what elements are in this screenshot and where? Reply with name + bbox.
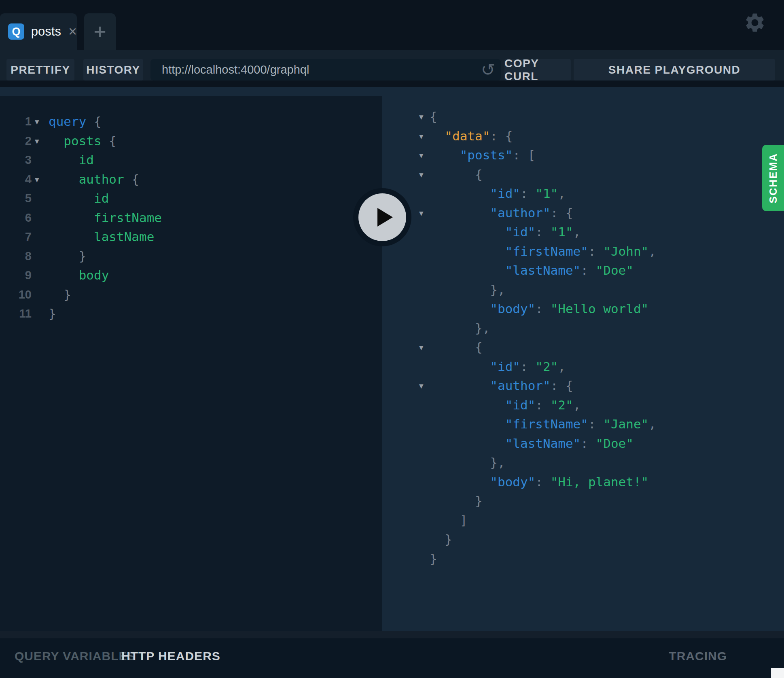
fold-arrow-icon[interactable]: ▾ xyxy=(419,165,424,184)
line-number: 6 xyxy=(0,208,32,227)
syntax-token: { xyxy=(430,109,437,124)
line-number: 7 xyxy=(0,227,32,246)
share-playground-button[interactable]: SHARE PLAYGROUND xyxy=(574,59,775,81)
syntax-token xyxy=(430,186,490,201)
fold-arrow-icon[interactable]: ▾ xyxy=(419,107,424,127)
toolbar: PRETTIFY HISTORY http://localhost:4000/g… xyxy=(0,50,784,81)
fold-arrow-icon[interactable]: ▾ xyxy=(419,376,424,396)
response-viewer: ▾{▾ "data": {▾ "posts": [▾ { "id": "1",▾… xyxy=(382,87,784,631)
syntax-token: "Jane" xyxy=(603,417,648,431)
syntax-token xyxy=(430,301,490,316)
code-text: "posts": [ xyxy=(430,145,535,165)
syntax-token: body xyxy=(49,268,109,282)
syntax-token: "id" xyxy=(490,186,520,201)
syntax-token: : xyxy=(588,417,603,431)
fold-arrow-icon[interactable]: ▾ xyxy=(419,146,424,165)
syntax-token xyxy=(430,263,505,278)
syntax-token xyxy=(430,129,445,143)
syntax-token: "firstName" xyxy=(505,417,588,431)
syntax-token: : xyxy=(520,359,535,374)
line-number: 8 xyxy=(0,246,32,266)
line-number: 4 xyxy=(0,170,32,189)
query-line: 9 body xyxy=(0,265,382,285)
query-editor[interactable]: 1▾query {2▾ posts {3 id4▾ author {5 id6 … xyxy=(0,96,382,631)
code-text: firstName xyxy=(49,208,162,227)
fold-arrow-icon[interactable]: ▾ xyxy=(419,127,424,146)
code-text: "data": { xyxy=(430,126,513,146)
response-line: "lastName": "Doe" xyxy=(382,434,784,453)
syntax-token: } xyxy=(430,551,437,566)
syntax-token: "body" xyxy=(490,475,535,489)
code-text: } xyxy=(49,304,56,323)
new-tab-button[interactable]: + xyxy=(84,13,116,50)
syntax-token: : { xyxy=(551,378,573,393)
fold-arrow-icon[interactable]: ▾ xyxy=(35,170,39,189)
code-text: }, xyxy=(430,318,490,338)
response-line: ▾ "author": { xyxy=(382,203,784,222)
refresh-schema-icon[interactable]: ↺ xyxy=(481,59,495,81)
code-text: "body": "Hi, planet!" xyxy=(430,472,648,492)
syntax-token: }, xyxy=(430,282,505,297)
prettify-button[interactable]: PRETTIFY xyxy=(6,59,74,81)
code-text: { xyxy=(430,337,483,357)
code-text: { xyxy=(430,165,483,184)
code-text: id xyxy=(49,150,94,170)
response-line: "id": "2", xyxy=(382,357,784,376)
query-line: 10 } xyxy=(0,285,382,304)
syntax-token: "2" xyxy=(551,398,573,412)
syntax-token xyxy=(430,225,505,239)
syntax-token: { xyxy=(86,114,101,129)
query-line: 1▾query { xyxy=(0,112,382,131)
fold-arrow-icon[interactable]: ▾ xyxy=(35,131,39,151)
execute-button[interactable] xyxy=(353,188,411,246)
code-text: "id": "1", xyxy=(430,222,581,242)
syntax-token: firstName xyxy=(49,210,162,225)
endpoint-url-input[interactable]: http://localhost:4000/graphql ↺ xyxy=(150,59,501,81)
fold-arrow-icon[interactable]: ▾ xyxy=(419,203,424,223)
syntax-token: lastName xyxy=(49,229,154,244)
http-headers-tab[interactable]: HTTP HEADERS xyxy=(121,649,220,663)
syntax-token: "lastName" xyxy=(505,436,581,451)
code-text: { xyxy=(430,107,437,126)
history-button[interactable]: HISTORY xyxy=(83,59,143,81)
fold-arrow-icon[interactable]: ▾ xyxy=(35,112,39,131)
workspace: 1▾query {2▾ posts {3 id4▾ author {5 id6 … xyxy=(0,87,784,631)
code-text: lastName xyxy=(49,227,154,246)
syntax-token: } xyxy=(430,494,483,508)
syntax-token: : xyxy=(520,186,535,201)
code-text: } xyxy=(430,530,452,549)
tracing-tab[interactable]: TRACING xyxy=(669,649,727,663)
response-line: } xyxy=(382,530,784,549)
line-number: 10 xyxy=(0,285,32,304)
syntax-token xyxy=(430,359,490,374)
syntax-token: : xyxy=(535,301,550,316)
code-text: id xyxy=(49,189,109,208)
syntax-token: "firstName" xyxy=(505,244,588,258)
copy-curl-button[interactable]: COPY CURL xyxy=(504,59,571,81)
syntax-token: : xyxy=(535,475,550,489)
tab-posts[interactable]: Q posts × xyxy=(0,13,77,50)
syntax-token: { xyxy=(124,172,139,186)
syntax-token: "posts" xyxy=(460,148,513,162)
syntax-token: "author" xyxy=(490,206,550,220)
code-text: }, xyxy=(430,280,505,299)
fold-arrow-icon[interactable]: ▾ xyxy=(419,338,424,357)
syntax-token xyxy=(430,244,505,258)
syntax-token: : xyxy=(535,398,550,412)
syntax-token: } xyxy=(49,249,86,263)
settings-gear-icon[interactable] xyxy=(744,11,766,34)
syntax-token: "id" xyxy=(505,398,536,412)
response-line: ▾ { xyxy=(382,337,784,357)
close-tab-icon[interactable]: × xyxy=(68,24,77,39)
code-text: "body": "Hello world" xyxy=(430,299,648,318)
code-text: posts { xyxy=(49,131,117,150)
syntax-token: ] xyxy=(430,513,467,528)
schema-tab[interactable]: SCHEMA xyxy=(762,145,784,211)
play-icon xyxy=(377,208,393,227)
syntax-token: } xyxy=(49,287,71,302)
syntax-token: "data" xyxy=(445,129,490,143)
query-variables-tab[interactable]: QUERY VARIABLES xyxy=(15,649,136,663)
query-line: 4▾ author { xyxy=(0,170,382,189)
syntax-token: , xyxy=(573,225,581,239)
code-text: "author": { xyxy=(430,376,573,395)
